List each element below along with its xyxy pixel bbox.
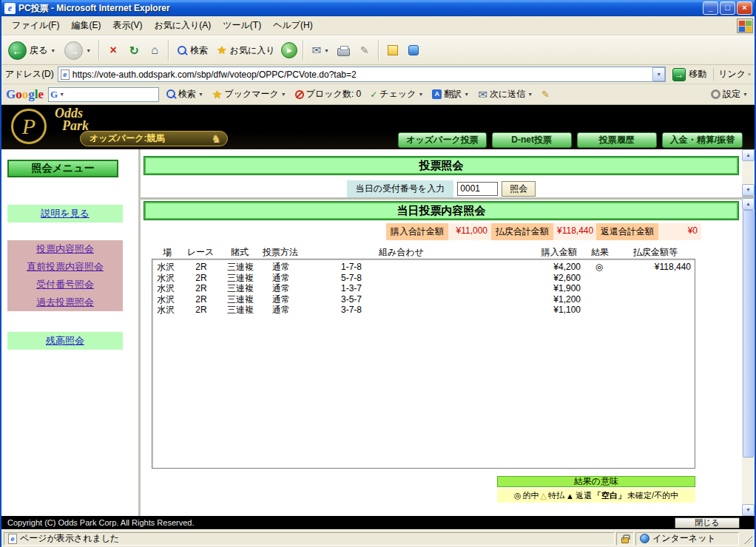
resize-grip[interactable] [742,534,752,544]
sidebar-items: 説明を見る投票内容照会直前投票内容照会受付番号照会過去投票照会残高照会 [7,205,138,350]
receipt-number-input[interactable] [457,182,498,196]
site-nav-button-4[interactable]: 入金・精算/振替 [662,132,743,148]
bookmarks-dropdown-icon[interactable]: ▼ [281,92,286,97]
favorites-button[interactable]: ★ お気に入り [213,38,278,63]
send-to-button[interactable]: ✉ 次に送信 ▼ [476,86,535,103]
sidebar-link[interactable]: 過去投票照会 [7,293,123,311]
back-icon: ← [8,41,27,60]
translate-button[interactable]: A 翻訳 ▼ [430,86,471,102]
site-nav: オッズパーク投票D-net投票投票履歴入金・精算/振替 [398,132,743,148]
google-search-input[interactable]: G ▼ [48,87,159,102]
go-button[interactable]: → 移動 [669,68,709,81]
check-label: チェック [379,88,416,101]
google-logo-letter: G [6,87,16,101]
links-toolbar[interactable]: リンク » [713,68,751,81]
site-nav-button-2[interactable]: D-net投票 [492,132,572,148]
send-to-label: 次に送信 [490,88,525,101]
close-window-button[interactable]: × [737,1,752,15]
google-combo-dropdown-icon[interactable]: ▼ [59,92,64,97]
menu-item[interactable]: 編集(E) [65,16,107,35]
scroll-up-button-main-frame[interactable]: ▲ [742,198,755,210]
spellcheck-button[interactable]: ✓ チェック ▼ [368,86,425,102]
google-search-button[interactable]: 検索 ▼ [163,86,206,102]
scroll-down-button-main-frame[interactable]: ▼ [742,504,755,516]
sidebar-link[interactable]: 残高照会 [7,332,123,350]
scroll-track-top-frame[interactable] [742,161,755,184]
summary-label: 返還合計金額 [596,223,658,240]
popup-blocker-icon [295,90,304,99]
check-dropdown-icon[interactable]: ▼ [418,92,423,97]
inquiry-submit-button[interactable]: 照会 [502,181,536,197]
menu-item[interactable]: ツール(T) [217,16,267,35]
stop-button[interactable]: × [104,39,123,61]
google-search-dropdown-icon[interactable]: ▼ [198,92,203,97]
sidebar-link[interactable]: 直前投票内容照会 [7,258,123,276]
page-icon: e [61,69,70,80]
scroll-up-button-top-frame[interactable]: ▲ [742,149,755,161]
lock-icon [621,537,629,543]
search-button[interactable]: 検索 [173,38,212,63]
scroll-down-button-top-frame[interactable]: ▼ [742,184,755,196]
forward-button[interactable]: → ▼ [61,38,95,63]
table-cell [584,294,615,305]
status-message: ページが表示されました [20,532,119,545]
site-header: P Odds Park オッズパーク:競馬 ♞ オッズパーク投票D-net投票投… [1,105,755,149]
table-cell: ¥118,440 [615,262,695,273]
site-nav-button-3[interactable]: 投票履歴 [577,132,657,148]
search-icon [177,45,187,56]
translate-dropdown-icon[interactable]: ▼ [464,92,469,97]
menu-item[interactable]: お気に入り(A) [148,16,217,35]
legend-symbol: 「空白」 [593,490,626,501]
status-message-panel: e ページが表示されました [4,532,615,546]
sidebar-link[interactable]: 説明を見る [7,205,123,222]
maximize-button[interactable]: □ [720,1,735,15]
minimize-button[interactable]: _ [703,1,718,15]
summary-label: 購入合計金額 [386,223,448,240]
home-button[interactable]: ⌂ [145,39,164,61]
menu-item[interactable]: ファイル(F) [6,16,65,35]
google-settings-button[interactable]: 設定 ▼ [709,86,750,102]
popup-blocker-button[interactable]: ブロック数: 0 [293,86,363,102]
table-header-cell: 賭式 [218,246,261,259]
menu-item[interactable]: ヘルプ(H) [267,16,319,35]
sidebar-link[interactable]: 受付番号照会 [7,276,123,293]
mail-dropdown-icon[interactable]: ▼ [324,48,329,53]
table-cell: ◎ [584,262,615,273]
browser-window: e PC投票 - Microsoft Internet Explorer _ □… [0,0,756,547]
brand-line2: Park [55,120,89,132]
back-dropdown-icon[interactable]: ▼ [50,48,55,53]
sidebar-link[interactable]: 投票内容照会 [7,240,123,258]
google-search-icon [166,89,176,100]
table-cell: 3-7-8 [300,305,502,316]
address-dropdown-icon[interactable]: ▼ [652,67,665,81]
print-button[interactable] [334,39,354,61]
refresh-button[interactable]: ↻ [124,39,144,61]
table-cell: 三連複 [219,305,262,316]
forward-dropdown-icon[interactable]: ▼ [86,48,91,53]
media-button[interactable]: ▶ [280,39,299,61]
edit-button[interactable]: ✎ [355,39,374,61]
table-cell: 5-7-8 [300,273,502,284]
send-to-dropdown-icon[interactable]: ▼ [527,92,533,97]
bookmarks-button[interactable]: ★ ブックマーク ▼ [210,86,288,103]
address-input[interactable]: e https://vote-auth.oddspark.com/sbp/dfw… [58,67,666,82]
google-logo-letter: e [38,87,44,101]
settings-dropdown-icon[interactable]: ▼ [743,92,748,97]
highlighter-button[interactable]: ✎ [539,87,552,101]
address-bar: アドレス(D) e https://vote-auth.oddspark.com… [1,65,755,84]
menu-item[interactable]: 表示(V) [107,16,148,35]
mail-button[interactable]: ✉ ▼ [308,38,333,63]
site-nav-button-1[interactable]: オッズパーク投票 [398,132,486,148]
close-page-button[interactable]: 閉じる [675,517,740,529]
table-row: 水沢2R三連複通常1-7-8¥4,200◎¥118,440 [152,262,695,273]
messenger-button[interactable] [404,39,423,61]
back-button[interactable]: ← 戻る ▼ [4,38,59,63]
sidebar-title: 照会メニュー [7,160,118,177]
scroll-thumb-main-frame[interactable] [743,210,754,458]
notes-button[interactable] [383,39,402,61]
legend-title: 結果の意味 [497,476,695,487]
table-cell: 2R [183,294,219,305]
table-header-cell: 払戻金額等 [615,246,695,259]
google-toolbar: Google G ▼ 検索 ▼ ★ ブックマーク ▼ ブロック数: 0 ✓ チェ… [1,84,755,105]
scroll-track-main-frame[interactable] [742,458,755,504]
